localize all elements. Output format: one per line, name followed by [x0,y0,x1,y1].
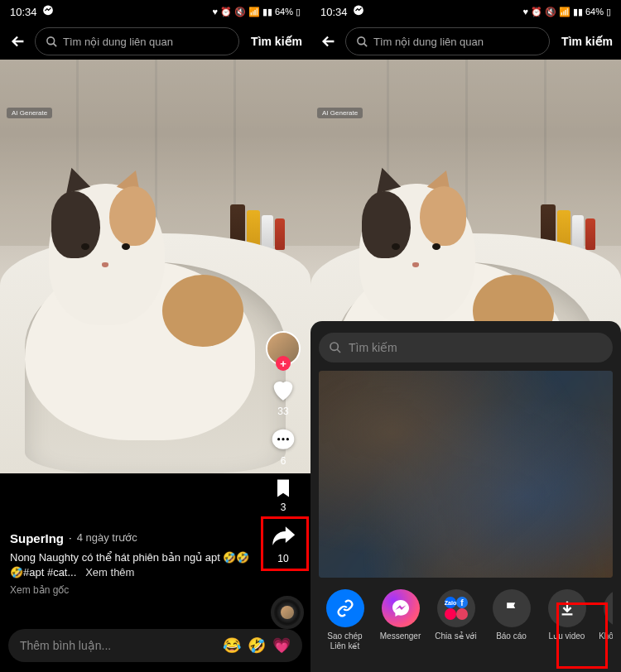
share-with-label: Chia sẻ với [435,631,476,641]
separator: · [69,530,72,545]
search-pill[interactable]: Tìm nội dung liên quan [345,27,550,55]
like-count: 33 [277,406,288,417]
search-icon [356,36,368,48]
top-nav: Tìm nội dung liên quan Tìm kiếm [310,23,621,60]
bookmark-icon [272,477,295,500]
heart-status-icon: ♥ [522,7,528,17]
svg-point-5 [286,438,289,440]
report-label: Báo cáo [496,631,527,641]
svg-point-3 [277,438,280,440]
heart-icon [269,376,297,404]
emoji-laugh2[interactable]: 🤣 [248,636,266,655]
ai-generate-badge: AI Generate [7,108,52,118]
svg-point-8 [330,343,338,350]
svg-point-13 [445,608,456,620]
search-icon [329,341,342,354]
status-bar: 10:34 ♥ ⏰ 🔇 📶 ▮▮ 64% ▯ [0,0,310,23]
search-pill[interactable]: Tìm nội dung liên quan [35,27,239,55]
like-button[interactable]: 33 [269,376,297,417]
signal-icon: ▮▮ [573,7,583,17]
wifi-icon: 📶 [248,7,260,17]
search-action[interactable]: Tìm kiếm [561,35,613,48]
alarm-icon: ⏰ [531,7,542,17]
battery-icon: ▯ [606,7,611,17]
emoji-heart[interactable]: 💗 [272,636,291,655]
messenger-label: Messenger [380,631,421,641]
svg-point-4 [282,438,284,440]
mute-icon: 🔇 [234,7,246,17]
wifi-icon: 📶 [559,7,570,17]
see-original-link[interactable]: Xem bản gốc [10,583,253,598]
tutorial-highlight-save [556,602,608,669]
flag-icon [493,589,531,627]
creator-avatar[interactable]: + [266,331,301,366]
link-icon [326,589,364,627]
heart-status-icon: ♥ [212,7,218,17]
share-with-icon: Zalof [437,589,475,627]
messenger-button[interactable]: Messenger [376,589,425,650]
tiktok-share-screen: 10:34 ♥ ⏰ 🔇 📶 ▮▮ 64% ▯ Tìm nội dung liên… [310,0,621,672]
svg-point-7 [358,36,365,44]
comment-bar[interactable]: Thêm bình luận... 😂 🤣 💗 [8,629,302,662]
battery-icon: ▯ [296,7,301,17]
emoji-laugh1[interactable]: 😂 [223,636,241,655]
search-action[interactable]: Tìm kiếm [251,35,302,48]
search-placeholder: Tìm nội dung liên quan [373,36,484,48]
share-with-button[interactable]: Zalof Chia sẻ với [431,589,480,650]
creator-username[interactable]: SuperIng [10,530,64,547]
back-button[interactable] [8,31,28,51]
bookmark-button[interactable]: 3 [272,477,295,513]
ai-generate-badge: AI Generate [317,108,363,118]
svg-text:Zalo: Zalo [444,600,455,606]
back-button[interactable] [319,31,339,51]
copy-link-button[interactable]: Sao chép Liên kết [320,589,369,650]
alarm-icon: ⏰ [220,7,232,17]
tiktok-video-screen: 10:34 ♥ ⏰ 🔇 📶 ▮▮ 64% ▯ Tìm nội dung liên… [0,0,310,672]
status-bar: 10:34 ♥ ⏰ 🔇 📶 ▮▮ 64% ▯ [310,0,621,23]
comment-icon [270,427,296,454]
comment-input-placeholder: Thêm bình luận... [20,639,216,652]
comment-button[interactable]: 6 [270,427,296,467]
mute-icon: 🔇 [545,7,556,17]
search-placeholder: Tìm nội dung liên quan [63,36,173,48]
messenger-icon [382,589,420,627]
battery-percent: 64% [585,7,604,17]
copy-link-label: Sao chép Liên kết [320,631,369,650]
see-more-link[interactable]: Xem thêm [85,566,134,578]
share-search-input[interactable]: Tìm kiếm [319,333,613,362]
caption-area: SuperIng · 4 ngày trước Nong Naughty có … [10,530,253,598]
messenger-status-icon [42,5,54,19]
signal-icon: ▮▮ [262,7,272,17]
tutorial-highlight-share [261,516,309,571]
share-sheet: Tìm kiếm Sao chép Liên kết Messenger Zal… [310,321,621,672]
battery-percent: 64% [275,7,293,17]
share-search-placeholder: Tìm kiếm [349,341,397,354]
svg-point-1 [47,36,55,44]
post-time: 4 ngày trước [77,530,137,545]
status-time: 10:34 [320,6,348,18]
top-nav: Tìm nội dung liên quan Tìm kiếm [0,23,310,60]
comment-count: 6 [281,455,286,467]
bookmark-count: 3 [281,502,286,513]
share-contacts-grid[interactable] [319,371,613,578]
report-button[interactable]: Báo cáo [487,589,536,650]
svg-point-14 [456,608,468,620]
follow-plus-icon[interactable]: + [276,356,291,371]
sound-disc[interactable] [271,596,304,629]
status-time: 10:34 [10,6,37,18]
messenger-status-icon [353,5,364,19]
search-icon [46,36,58,48]
